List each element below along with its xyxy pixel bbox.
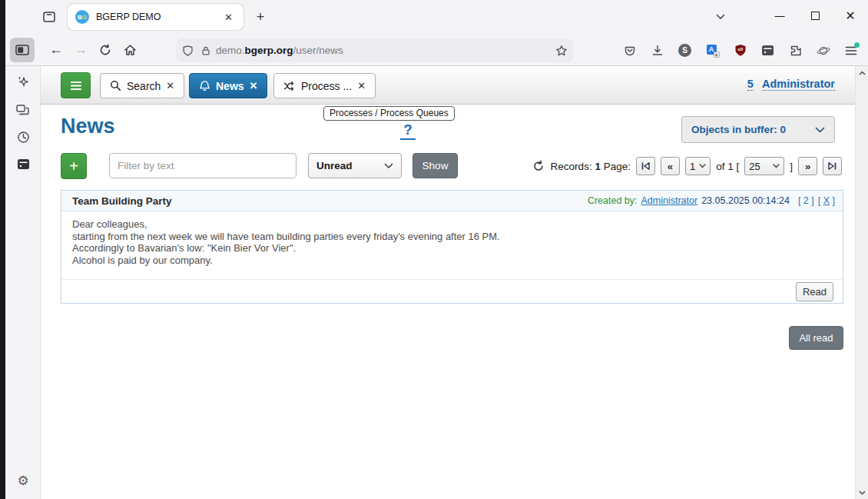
tab-news-close-icon[interactable]: ✕ bbox=[250, 80, 258, 91]
tab-search-close-icon[interactable]: ✕ bbox=[166, 80, 174, 91]
tab-overview-icon[interactable] bbox=[38, 5, 61, 28]
records-label: Records: 1 Page: bbox=[551, 161, 631, 172]
status-select[interactable]: Unread bbox=[308, 153, 402, 178]
page-scrollbar[interactable] bbox=[855, 66, 868, 499]
page-size-select[interactable]: 25 bbox=[744, 157, 784, 175]
tab-process-close-icon[interactable]: ✕ bbox=[357, 80, 366, 91]
bell-icon bbox=[199, 80, 210, 92]
news-body-line: Alcohol is paid by our company. bbox=[72, 254, 832, 267]
tab-close-icon[interactable]: ✕ bbox=[221, 10, 236, 25]
url-bar[interactable]: demo.bgerp.org/user/news bbox=[176, 38, 574, 62]
of-pages-label: of 1 [ bbox=[716, 161, 739, 172]
news-item-meta: Created by: Administrator 23.05.2025 00:… bbox=[588, 195, 835, 206]
s-extension-icon[interactable]: S bbox=[674, 39, 696, 62]
search-icon bbox=[110, 80, 121, 91]
read-button[interactable]: Read bbox=[796, 282, 833, 301]
first-page-button[interactable] bbox=[636, 157, 655, 175]
next-page-button[interactable]: » bbox=[798, 157, 817, 175]
downloads-icon[interactable] bbox=[646, 39, 668, 62]
url-text: demo.bgerp.org/user/news bbox=[216, 45, 555, 56]
first-page-icon bbox=[641, 162, 650, 170]
news-body-line: starting from the next week we will have… bbox=[72, 231, 832, 243]
ublock-origin-icon[interactable]: uO bbox=[729, 39, 751, 62]
synced-tabs-icon[interactable] bbox=[11, 98, 35, 122]
user-id-link[interactable]: 5 bbox=[747, 78, 754, 91]
all-read-button[interactable]: All read bbox=[789, 326, 843, 350]
tab-process[interactable]: Process ... ✕ bbox=[273, 73, 376, 98]
maximize-button[interactable] bbox=[797, 0, 833, 31]
browser-tab-bar: BG BGERP DEMO ✕ + — ✕ bbox=[5, 0, 868, 34]
app-menu-button[interactable] bbox=[61, 72, 91, 98]
help-link[interactable]: ? bbox=[400, 121, 416, 140]
extensions-puzzle-icon[interactable] bbox=[784, 39, 807, 62]
minimize-button[interactable]: — bbox=[762, 0, 797, 31]
add-news-button[interactable]: + bbox=[61, 153, 87, 179]
news-item-panel: Team Building Party Created by: Administ… bbox=[61, 190, 843, 304]
filter-text-input[interactable] bbox=[109, 153, 297, 178]
news-count-badge: [ 2 ] bbox=[798, 195, 814, 206]
prev-page-button[interactable]: « bbox=[661, 157, 680, 175]
news-body-line: Accordingly to Bavarian's low: "Kein Bie… bbox=[72, 242, 832, 254]
browser-tab[interactable]: BG BGERP DEMO ✕ bbox=[68, 4, 244, 30]
process-tooltip: Processes / Process Queues bbox=[323, 106, 455, 121]
page-number-select[interactable]: 1 bbox=[685, 157, 711, 175]
created-timestamp: 23.05.2025 00:14:24 bbox=[701, 195, 790, 206]
last-page-icon bbox=[828, 162, 837, 170]
refresh-icon[interactable] bbox=[532, 159, 545, 173]
created-by-label: Created by: bbox=[588, 195, 638, 206]
back-button[interactable]: ← bbox=[44, 38, 68, 62]
objects-in-buffer-button[interactable]: Objects in buffer: 0 bbox=[681, 116, 835, 143]
news-close-link[interactable]: X bbox=[823, 195, 830, 206]
show-button[interactable]: Show bbox=[412, 153, 458, 178]
toolbar-extensions: S Aa uO bbox=[618, 38, 862, 62]
author-link[interactable]: Administrator bbox=[641, 195, 698, 206]
user-links: 5 Administrator bbox=[747, 78, 835, 91]
menu-hamburger-icon[interactable] bbox=[840, 39, 862, 62]
shield-icon[interactable] bbox=[182, 45, 194, 57]
settings-gear-icon[interactable]: ⚙ bbox=[11, 468, 35, 493]
lock-icon[interactable] bbox=[200, 45, 211, 57]
news-close-wrap: [ X ] bbox=[818, 195, 835, 206]
sidebar-toggle-button[interactable] bbox=[10, 38, 35, 62]
chevron-down-icon bbox=[384, 163, 393, 169]
home-button[interactable] bbox=[118, 38, 142, 62]
forward-button: → bbox=[68, 38, 93, 62]
last-page-button[interactable] bbox=[823, 157, 842, 175]
notification-dot bbox=[854, 42, 860, 48]
tab-process-label: Process ... bbox=[301, 80, 352, 92]
storage-card-icon[interactable] bbox=[11, 151, 35, 176]
svg-text:uO: uO bbox=[737, 47, 743, 52]
card-extension-icon[interactable] bbox=[757, 39, 779, 62]
tab-news-label: News bbox=[216, 80, 244, 92]
tab-list-chevron-icon[interactable] bbox=[711, 8, 731, 26]
bgerp-page: Search ✕ News ✕ Process ... ✕ 5 Administ… bbox=[41, 66, 855, 499]
scroll-down-icon[interactable] bbox=[856, 486, 868, 499]
reload-button[interactable] bbox=[93, 38, 118, 62]
history-clock-icon[interactable] bbox=[11, 125, 35, 149]
news-item-header: Team Building Party Created by: Administ… bbox=[61, 191, 843, 211]
tab-title: BGERP DEMO bbox=[96, 12, 221, 22]
browser-window: BG BGERP DEMO ✕ + — ✕ ← → bbox=[0, 0, 868, 499]
pagination-bar: Records: 1 Page: « 1 of 1 [ 25 ] » bbox=[532, 156, 842, 176]
tab-news[interactable]: News ✕ bbox=[189, 73, 267, 98]
window-edge bbox=[0, 0, 5, 499]
pocket-icon[interactable] bbox=[618, 39, 641, 62]
translate-extension-icon[interactable]: Aa bbox=[701, 39, 724, 62]
tab-search[interactable]: Search ✕ bbox=[100, 73, 184, 98]
news-item-title: Team Building Party bbox=[72, 195, 172, 207]
user-name-link[interactable]: Administrator bbox=[762, 78, 835, 91]
chevron-down-icon bbox=[699, 164, 706, 168]
bookmark-star-icon[interactable] bbox=[555, 45, 568, 57]
planet-extension-icon[interactable] bbox=[812, 39, 834, 62]
bracket-close-label: ] bbox=[790, 161, 793, 172]
new-tab-button[interactable]: + bbox=[251, 8, 270, 26]
chevron-down-icon bbox=[815, 127, 825, 133]
page-title: News bbox=[61, 115, 115, 138]
chevron-down-icon bbox=[773, 164, 780, 168]
tab-search-label: Search bbox=[127, 80, 161, 92]
sparkle-ai-icon[interactable] bbox=[11, 69, 35, 94]
browser-nav-bar: ← → demo.bgerp.org/user/news bbox=[5, 34, 868, 66]
scroll-up-icon[interactable] bbox=[856, 66, 868, 79]
window-controls: — ✕ bbox=[762, 0, 868, 31]
close-window-button[interactable]: ✕ bbox=[833, 0, 868, 31]
